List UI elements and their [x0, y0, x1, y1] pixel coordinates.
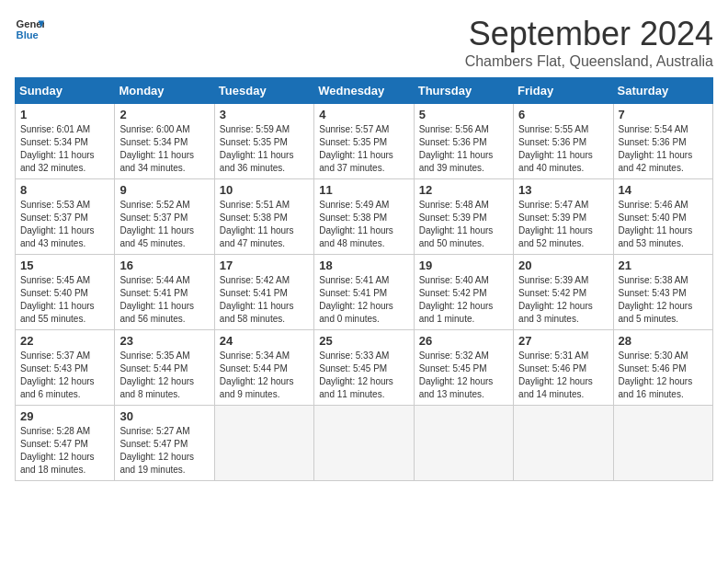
day-number: 18: [319, 259, 408, 272]
day-info: Sunrise: 5:59 AM Sunset: 5:35 PM Dayligh…: [220, 123, 309, 175]
day-number: 14: [619, 183, 708, 197]
calendar-cell: 24Sunrise: 5:34 AM Sunset: 5:44 PM Dayli…: [214, 330, 313, 406]
calendar-cell: 15Sunrise: 5:45 AM Sunset: 5:40 PM Dayli…: [16, 255, 115, 330]
day-number: 7: [619, 108, 708, 121]
weekday-header: Saturday: [613, 78, 712, 104]
day-number: 23: [119, 334, 209, 348]
day-info: Sunrise: 5:57 AM Sunset: 5:35 PM Dayligh…: [319, 123, 408, 175]
day-info: Sunrise: 5:45 AM Sunset: 5:40 PM Dayligh…: [20, 274, 109, 326]
day-info: Sunrise: 5:31 AM Sunset: 5:46 PM Dayligh…: [518, 350, 608, 401]
calendar-cell: 30Sunrise: 5:27 AM Sunset: 5:47 PM Dayli…: [115, 406, 214, 481]
day-number: 5: [419, 108, 508, 121]
day-info: Sunrise: 5:56 AM Sunset: 5:36 PM Dayligh…: [419, 123, 508, 175]
logo: General Blue: [15, 15, 44, 44]
calendar-cell: 5Sunrise: 5:56 AM Sunset: 5:36 PM Daylig…: [414, 104, 513, 179]
day-info: Sunrise: 5:35 AM Sunset: 5:44 PM Dayligh…: [119, 350, 209, 401]
calendar-subtitle: Chambers Flat, Queensland, Australia: [465, 53, 713, 70]
day-number: 26: [419, 334, 508, 348]
calendar-cell: [514, 406, 613, 481]
day-info: Sunrise: 5:44 AM Sunset: 5:41 PM Dayligh…: [119, 274, 209, 326]
title-block: September 2024 Chambers Flat, Queensland…: [465, 15, 713, 70]
day-number: 2: [119, 108, 209, 121]
calendar-cell: 20Sunrise: 5:39 AM Sunset: 5:42 PM Dayli…: [514, 255, 613, 330]
calendar-title: September 2024: [465, 15, 713, 53]
calendar-cell: 23Sunrise: 5:35 AM Sunset: 5:44 PM Dayli…: [115, 330, 214, 406]
day-info: Sunrise: 5:46 AM Sunset: 5:40 PM Dayligh…: [619, 199, 708, 250]
weekday-header-row: SundayMondayTuesdayWednesdayThursdayFrid…: [16, 78, 713, 104]
calendar-cell: 13Sunrise: 5:47 AM Sunset: 5:39 PM Dayli…: [514, 179, 613, 255]
calendar-cell: 21Sunrise: 5:38 AM Sunset: 5:43 PM Dayli…: [613, 255, 712, 330]
day-number: 27: [518, 334, 608, 348]
calendar-cell: 4Sunrise: 5:57 AM Sunset: 5:35 PM Daylig…: [314, 104, 414, 179]
day-number: 1: [20, 108, 109, 121]
day-info: Sunrise: 5:41 AM Sunset: 5:41 PM Dayligh…: [319, 274, 408, 326]
calendar-week-row: 29Sunrise: 5:28 AM Sunset: 5:47 PM Dayli…: [16, 406, 713, 481]
day-number: 4: [319, 108, 408, 121]
day-info: Sunrise: 5:52 AM Sunset: 5:37 PM Dayligh…: [119, 199, 209, 250]
day-number: 8: [20, 183, 109, 197]
calendar-cell: 18Sunrise: 5:41 AM Sunset: 5:41 PM Dayli…: [314, 255, 414, 330]
calendar-week-row: 22Sunrise: 5:37 AM Sunset: 5:43 PM Dayli…: [16, 330, 713, 406]
calendar-cell: [414, 406, 513, 481]
day-number: 16: [119, 259, 209, 272]
calendar-cell: [314, 406, 414, 481]
day-number: 29: [20, 409, 109, 423]
weekday-header: Tuesday: [214, 78, 313, 104]
weekday-header: Sunday: [16, 78, 115, 104]
day-number: 10: [220, 183, 309, 197]
day-number: 11: [319, 183, 408, 197]
calendar-week-row: 1Sunrise: 6:01 AM Sunset: 5:34 PM Daylig…: [16, 104, 713, 179]
calendar-cell: 16Sunrise: 5:44 AM Sunset: 5:41 PM Dayli…: [115, 255, 214, 330]
day-info: Sunrise: 5:33 AM Sunset: 5:45 PM Dayligh…: [319, 350, 408, 401]
day-info: Sunrise: 6:01 AM Sunset: 5:34 PM Dayligh…: [20, 123, 109, 175]
day-number: 25: [319, 334, 408, 348]
calendar-cell: 9Sunrise: 5:52 AM Sunset: 5:37 PM Daylig…: [115, 179, 214, 255]
calendar-cell: 6Sunrise: 5:55 AM Sunset: 5:36 PM Daylig…: [514, 104, 613, 179]
day-number: 24: [220, 334, 309, 348]
calendar-week-row: 8Sunrise: 5:53 AM Sunset: 5:37 PM Daylig…: [16, 179, 713, 255]
calendar-cell: [613, 406, 712, 481]
day-info: Sunrise: 5:39 AM Sunset: 5:42 PM Dayligh…: [518, 274, 608, 326]
calendar-cell: 8Sunrise: 5:53 AM Sunset: 5:37 PM Daylig…: [16, 179, 115, 255]
day-info: Sunrise: 5:49 AM Sunset: 5:38 PM Dayligh…: [319, 199, 408, 250]
calendar-cell: 22Sunrise: 5:37 AM Sunset: 5:43 PM Dayli…: [16, 330, 115, 406]
day-info: Sunrise: 5:30 AM Sunset: 5:46 PM Dayligh…: [619, 350, 708, 401]
day-number: 19: [419, 259, 508, 272]
calendar-cell: 29Sunrise: 5:28 AM Sunset: 5:47 PM Dayli…: [16, 406, 115, 481]
day-info: Sunrise: 5:48 AM Sunset: 5:39 PM Dayligh…: [419, 199, 508, 250]
calendar-cell: 26Sunrise: 5:32 AM Sunset: 5:45 PM Dayli…: [414, 330, 513, 406]
weekday-header: Thursday: [414, 78, 513, 104]
day-number: 12: [419, 183, 508, 197]
calendar-cell: 19Sunrise: 5:40 AM Sunset: 5:42 PM Dayli…: [414, 255, 513, 330]
calendar-cell: 1Sunrise: 6:01 AM Sunset: 5:34 PM Daylig…: [16, 104, 115, 179]
day-number: 15: [20, 259, 109, 272]
calendar-cell: [214, 406, 313, 481]
day-info: Sunrise: 5:54 AM Sunset: 5:36 PM Dayligh…: [619, 123, 708, 175]
day-info: Sunrise: 5:37 AM Sunset: 5:43 PM Dayligh…: [20, 350, 109, 401]
calendar-cell: 11Sunrise: 5:49 AM Sunset: 5:38 PM Dayli…: [314, 179, 414, 255]
weekday-header: Wednesday: [314, 78, 414, 104]
day-info: Sunrise: 5:42 AM Sunset: 5:41 PM Dayligh…: [220, 274, 309, 326]
day-number: 9: [119, 183, 209, 197]
day-info: Sunrise: 5:51 AM Sunset: 5:38 PM Dayligh…: [220, 199, 309, 250]
calendar-cell: 7Sunrise: 5:54 AM Sunset: 5:36 PM Daylig…: [613, 104, 712, 179]
day-number: 17: [220, 259, 309, 272]
day-number: 21: [619, 259, 708, 272]
day-info: Sunrise: 5:40 AM Sunset: 5:42 PM Dayligh…: [419, 274, 508, 326]
calendar-cell: 25Sunrise: 5:33 AM Sunset: 5:45 PM Dayli…: [314, 330, 414, 406]
page-header: General Blue September 2024 Chambers Fla…: [15, 15, 713, 70]
weekday-header: Friday: [514, 78, 613, 104]
day-number: 13: [518, 183, 608, 197]
calendar-cell: 12Sunrise: 5:48 AM Sunset: 5:39 PM Dayli…: [414, 179, 513, 255]
day-number: 30: [119, 409, 209, 423]
day-info: Sunrise: 5:32 AM Sunset: 5:45 PM Dayligh…: [419, 350, 508, 401]
logo-icon: General Blue: [15, 15, 44, 44]
day-info: Sunrise: 5:53 AM Sunset: 5:37 PM Dayligh…: [20, 199, 109, 250]
calendar-cell: 2Sunrise: 6:00 AM Sunset: 5:34 PM Daylig…: [115, 104, 214, 179]
day-number: 6: [518, 108, 608, 121]
day-info: Sunrise: 5:27 AM Sunset: 5:47 PM Dayligh…: [119, 425, 209, 477]
day-info: Sunrise: 5:28 AM Sunset: 5:47 PM Dayligh…: [20, 425, 109, 477]
day-number: 22: [20, 334, 109, 348]
calendar-cell: 10Sunrise: 5:51 AM Sunset: 5:38 PM Dayli…: [214, 179, 313, 255]
svg-text:Blue: Blue: [17, 29, 39, 40]
